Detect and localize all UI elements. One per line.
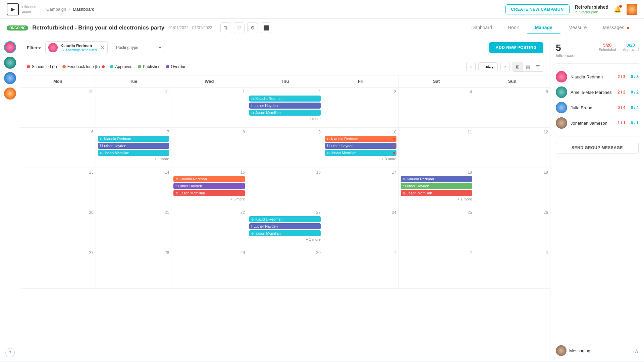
add-new-posting-button[interactable]: ADD NEW POSTING — [489, 42, 543, 53]
tab-book[interactable]: Book — [500, 22, 527, 34]
filter-user-chip[interactable]: Klaudia Redman 2 / 3 postings scheduled … — [45, 41, 108, 54]
header-fri: Fri — [323, 75, 399, 87]
filter-label: Filters: — [27, 45, 41, 50]
export-button[interactable]: ⬛ — [261, 22, 271, 33]
influencer-stat-group: 2 / 20 / 2 — [618, 90, 639, 95]
posting-tag[interactable]: fLuther Hayden — [173, 183, 245, 189]
tab-dashboard[interactable]: Dahboard — [463, 22, 500, 34]
tab-messages[interactable]: Messages — [595, 22, 637, 34]
more-postings-link[interactable]: + 1 more — [98, 157, 169, 161]
messaging-avatar — [556, 345, 567, 356]
instagram-icon: ⊙ — [251, 232, 254, 235]
instagram-icon: ⊙ — [403, 191, 406, 195]
settings-button[interactable]: ⚙ — [247, 22, 258, 33]
calendar-cell: 19 — [474, 168, 550, 208]
influencer-stat-group: 1 / 10 / 1 — [618, 121, 639, 125]
sidebar-avatar-2[interactable] — [4, 57, 16, 69]
legend-scheduled[interactable]: Scheduled (2) — [27, 64, 57, 69]
top-nav: ▶ influence vision Campaign • Dashboard … — [0, 0, 644, 19]
posting-name: Luther Hayden — [178, 184, 202, 188]
sidebar-avatar-3[interactable] — [4, 72, 16, 84]
favorite-button[interactable]: ♡ — [234, 22, 245, 33]
posting-tag[interactable]: ⊙Klaudia Redman — [325, 136, 396, 142]
posting-tag[interactable]: ⊙Jason Mcmillan — [249, 110, 321, 116]
week-view-button[interactable]: ▤ — [523, 62, 533, 71]
list-view-button[interactable]: ☰ — [533, 62, 543, 71]
influencer-row[interactable]: Jonathan Jameson1 / 10 / 1 — [556, 115, 639, 131]
posting-tag[interactable]: ⊙Jason Mcmillan — [401, 190, 472, 196]
calendar-cell: 30 — [20, 87, 96, 128]
cell-date: 5 — [476, 89, 548, 94]
posting-tag[interactable]: fLuther Hayden — [325, 143, 396, 149]
breadcrumb-current: Dashboard — [73, 7, 95, 12]
posting-tag[interactable]: fLuther Hayden — [401, 183, 472, 189]
posting-tag[interactable]: ⊙Klaudia Redman — [249, 216, 321, 222]
posting-tag[interactable]: ⊙Klaudia Redman — [98, 136, 169, 142]
more-postings-link[interactable]: + 3 more — [173, 197, 245, 201]
posting-tag[interactable]: fLuther Hayden — [98, 143, 169, 149]
calendar: Mon Tue Wed Thu Fri Sat Sun 303112⊙Klaud… — [20, 75, 550, 361]
more-postings-link[interactable]: + 1 more — [249, 117, 321, 121]
more-postings-link[interactable]: + 1 more — [249, 237, 321, 241]
posting-tag[interactable]: ⊙Jason Mcmillan — [98, 150, 169, 156]
influencer-scheduled-stat: 1 / 1 — [618, 121, 625, 125]
prev-month-button[interactable]: ‹ — [466, 62, 476, 71]
brand-plan: ✓ Starter plan — [575, 10, 608, 14]
posting-tag[interactable]: ⊙Jason Mcmillan — [173, 190, 245, 196]
posting-tag[interactable]: ⊙Klaudia Redman — [401, 176, 472, 182]
header-mon: Mon — [20, 75, 96, 87]
posting-tag[interactable]: ⊙Klaudia Redman — [249, 96, 321, 102]
cell-date: 15 — [173, 170, 245, 175]
tab-measure[interactable]: Measure — [560, 22, 595, 34]
facebook-icon: f — [327, 144, 328, 148]
posting-type-dropdown[interactable]: Posting type ▾ — [112, 43, 165, 52]
sidebar-avatar-4[interactable] — [4, 87, 16, 100]
sidebar-avatar-1[interactable] — [4, 41, 16, 53]
logo: ▶ influence vision — [7, 3, 36, 15]
more-postings-link[interactable]: + 3 more — [325, 157, 396, 161]
posting-tag[interactable]: ⊙Klaudia Redman — [173, 176, 245, 182]
posting-tag[interactable]: fLuther Hayden — [249, 103, 321, 109]
calendar-cell: 2 — [399, 248, 475, 289]
posting-tag[interactable]: ⊙Jason Mcmillan — [249, 230, 321, 236]
legend-overdue[interactable]: Overdue — [166, 64, 186, 69]
legend-feedback-label: Feedback loop (5) — [67, 64, 100, 69]
cell-date: 1 — [325, 250, 396, 255]
help-button[interactable]: ? — [5, 348, 15, 357]
breadcrumb-campaign[interactable]: Campaign — [46, 7, 66, 12]
posting-tag[interactable]: ⊙Jason Mcmillan — [325, 150, 396, 156]
upload-button[interactable]: ⇅ — [220, 22, 231, 33]
tab-manage[interactable]: Manage — [527, 22, 560, 34]
filter-avatar — [48, 43, 58, 52]
posting-name: Luther Hayden — [329, 144, 354, 148]
influencer-row[interactable]: Julia Brandt0 / 40 / 4 — [556, 100, 639, 115]
filter-user-name: Klaudia Redman — [60, 44, 97, 48]
influencer-avatar — [556, 102, 567, 113]
calendar-cell: 3 — [323, 87, 399, 128]
send-group-message-button[interactable]: SEND GROUP MESSAGE — [556, 142, 639, 154]
legend-feedback[interactable]: Feedback loop (5) — [62, 64, 105, 69]
create-campaign-button[interactable]: CREATE NEW CAMPAIGN — [505, 4, 570, 14]
messaging-bar[interactable]: Messaging ∧ — [556, 341, 639, 356]
legend-approved[interactable]: Approved — [110, 64, 132, 69]
influencer-row[interactable]: Klaudia Redman2 / 30 / 3 — [556, 69, 639, 84]
influencer-row[interactable]: Amelia-Mae Martinez2 / 20 / 2 — [556, 84, 639, 100]
legend-published[interactable]: Published — [138, 64, 161, 69]
posting-stats: 5/20 Scheduled 0/20 Approved — [599, 43, 639, 52]
remove-filter-button[interactable]: ✕ — [101, 45, 105, 50]
next-month-button[interactable]: › — [500, 62, 510, 71]
notification-bell[interactable]: 🔔 — [614, 6, 621, 13]
influencer-approved-stat: 0 / 1 — [631, 121, 639, 125]
calendar-cell: 23⊙Klaudia RedmanfLuther Hayden⊙Jason Mc… — [247, 208, 323, 248]
posting-tag[interactable]: fLuther Hayden — [249, 223, 321, 229]
today-button[interactable]: Today — [478, 62, 498, 71]
influencer-scheduled-stat: 2 / 2 — [618, 90, 625, 95]
messaging-expand-icon[interactable]: ∧ — [635, 348, 639, 354]
calendar-header: Mon Tue Wed Thu Fri Sat Sun — [20, 75, 550, 87]
grid-view-button[interactable]: ⊞ — [513, 62, 523, 71]
filter-bar: Filters: Klaudia Redman 2 / 3 postings s… — [20, 37, 550, 58]
calendar-cell: 7⊙Klaudia RedmanfLuther Hayden⊙Jason Mcm… — [96, 128, 172, 168]
influencer-approved-stat: 0 / 2 — [631, 90, 639, 95]
legend-scheduled-label: Scheduled (2) — [32, 64, 57, 69]
more-postings-link[interactable]: + 1 more — [401, 197, 472, 201]
